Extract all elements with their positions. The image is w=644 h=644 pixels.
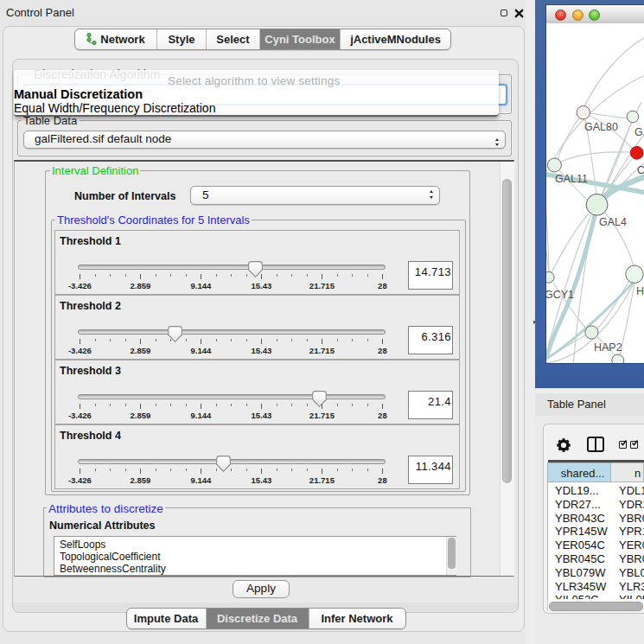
svg-text:C: C xyxy=(637,164,644,176)
svg-text:H: H xyxy=(636,285,644,297)
svg-text:G.: G. xyxy=(634,126,644,138)
svg-text:HAP2: HAP2 xyxy=(594,341,622,354)
svg-text:GAL80: GAL80 xyxy=(584,121,618,133)
svg-text:GAL11: GAL11 xyxy=(555,173,588,185)
svg-text:GCY1: GCY1 xyxy=(546,289,574,301)
svg-text:GAL4: GAL4 xyxy=(599,216,627,228)
